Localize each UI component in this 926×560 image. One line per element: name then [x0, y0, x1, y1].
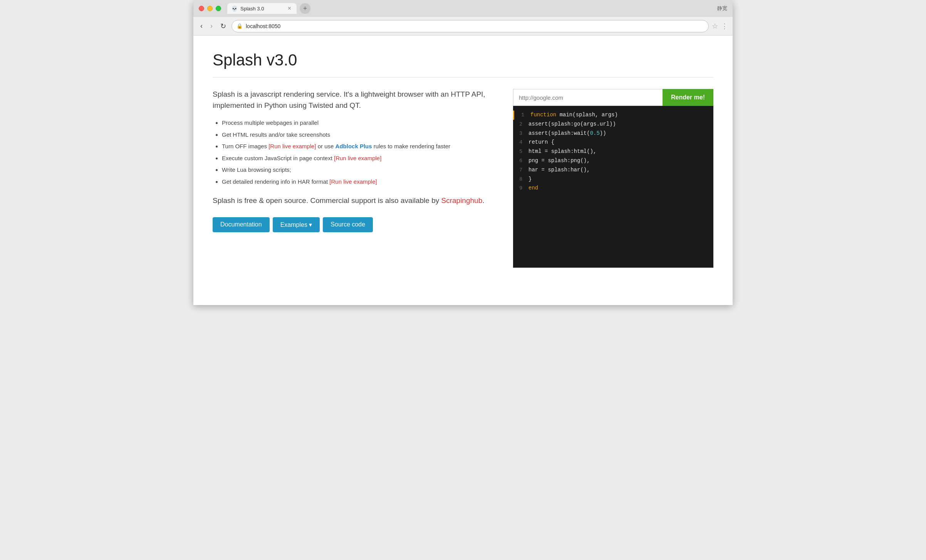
address-bar[interactable]: 🔒: [232, 20, 709, 32]
tab-close-button[interactable]: ×: [288, 5, 291, 12]
refresh-button[interactable]: ↻: [218, 20, 228, 32]
feature-item-3: Turn OFF images [Run live example] or us…: [222, 142, 498, 151]
feature-text-5: Write Lua browsing scripts;: [222, 166, 291, 173]
minimize-button[interactable]: [207, 6, 213, 11]
nav-right: ☆ ⋮: [712, 22, 728, 30]
render-button[interactable]: Render me!: [663, 89, 713, 106]
browser-window: 💀 Splash 3.0 × + 静宽 ‹ › ↻ 🔒 ☆ ⋮ Splash v…: [193, 0, 733, 305]
forward-button[interactable]: ›: [208, 20, 215, 32]
render-url-input[interactable]: [513, 89, 663, 106]
run-live-example-1[interactable]: [Run live example]: [268, 143, 316, 149]
active-tab[interactable]: 💀 Splash 3.0 ×: [227, 3, 297, 14]
lock-icon: 🔒: [237, 23, 243, 29]
back-button[interactable]: ‹: [198, 20, 205, 32]
title-bar: 💀 Splash 3.0 × + 静宽: [193, 0, 733, 17]
examples-button[interactable]: Examples ▾: [273, 217, 320, 232]
feature-text-1: Process multiple webpages in parallel: [222, 119, 319, 126]
maximize-button[interactable]: [216, 6, 221, 11]
right-panel: Render me! 1 function main(splash, args)…: [513, 89, 713, 268]
features-list: Process multiple webpages in parallel Ge…: [213, 119, 498, 186]
tab-favicon: 💀: [231, 5, 237, 12]
close-button[interactable]: [199, 6, 204, 11]
title-bar-text: 静宽: [717, 5, 727, 12]
feature-item-2: Get HTML results and/or take screenshots: [222, 131, 498, 139]
code-line-9: 9 end: [513, 184, 713, 193]
feature-text-2: Get HTML results and/or take screenshots: [222, 131, 330, 138]
run-live-example-3[interactable]: [Run live example]: [329, 178, 377, 185]
code-line-8: 8 }: [513, 175, 713, 184]
feature-item-4: Execute custom JavaScript in page contex…: [222, 154, 498, 163]
open-source-text: Splash is free & open source. Commercial…: [213, 195, 498, 206]
page-title: Splash v3.0: [213, 51, 713, 69]
code-line-4: 4 return {: [513, 138, 713, 147]
url-input[interactable]: [246, 23, 704, 29]
feature-item-6: Get detailed rendering info in HAR forma…: [222, 178, 498, 186]
page-content: Splash v3.0 Splash is a javascript rende…: [193, 35, 733, 305]
buttons-row: Documentation Examples ▾ Source code: [213, 217, 498, 232]
bookmark-button[interactable]: ☆: [712, 22, 718, 30]
documentation-button[interactable]: Documentation: [213, 217, 270, 232]
menu-button[interactable]: ⋮: [721, 22, 728, 30]
code-line-2: 2 assert(splash:go(args.url)): [513, 120, 713, 129]
new-tab-button[interactable]: +: [300, 3, 310, 14]
code-line-6: 6 png = splash:png(),: [513, 156, 713, 166]
code-line-3: 3 assert(splash:wait(0.5)): [513, 129, 713, 138]
feature-item-1: Process multiple webpages in parallel: [222, 119, 498, 127]
source-code-button[interactable]: Source code: [323, 217, 373, 232]
left-panel: Splash is a javascript rendering service…: [213, 89, 498, 232]
code-line-1: 1 function main(splash, args): [513, 111, 713, 120]
url-input-row: Render me!: [513, 89, 713, 106]
code-line-5: 5 html = splash:html(),: [513, 147, 713, 156]
feature-text-3: Turn OFF images: [222, 143, 268, 149]
scrapinghub-link[interactable]: Scrapinghub: [441, 196, 483, 205]
description-text: Splash is a javascript rendering service…: [213, 89, 498, 111]
feature-item-5: Write Lua browsing scripts;: [222, 166, 498, 174]
navigation-bar: ‹ › ↻ 🔒 ☆ ⋮: [193, 17, 733, 35]
main-layout: Splash is a javascript rendering service…: [213, 89, 713, 268]
code-line-7: 7 har = splash:har(),: [513, 166, 713, 175]
tab-title: Splash 3.0: [240, 6, 285, 12]
adblock-plus-link[interactable]: Adblock Plus: [336, 143, 372, 149]
code-editor: 1 function main(splash, args) 2 assert(s…: [513, 106, 713, 268]
traffic-lights: [199, 6, 221, 11]
run-live-example-2[interactable]: [Run live example]: [334, 155, 381, 161]
tab-bar: 💀 Splash 3.0 × +: [227, 3, 717, 14]
divider: [213, 77, 713, 77]
